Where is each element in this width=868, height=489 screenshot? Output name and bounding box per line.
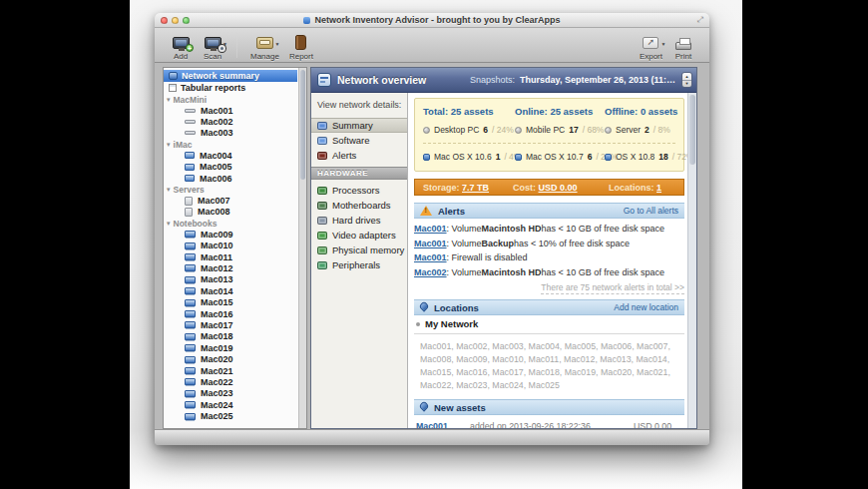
sidebar-item-mac[interactable]: Mac017: [164, 319, 297, 330]
menu-item-hard-drives[interactable]: Hard drives: [311, 213, 407, 228]
sidebar-item-mac[interactable]: Mac018: [164, 331, 297, 342]
add-button[interactable]: + Add: [165, 30, 197, 61]
dropdown-arrow-icon[interactable]: ▼: [660, 41, 665, 47]
storage-value-link[interactable]: 7.7 TB: [462, 183, 489, 193]
sidebar-item-tabular-reports[interactable]: Tabular reports: [164, 82, 297, 94]
host-link[interactable]: Mac001: [416, 421, 470, 428]
sidebar-item-mac[interactable]: Mac002: [164, 116, 297, 127]
sidebar-item-mac[interactable]: Mac006: [164, 173, 297, 184]
close-button[interactable]: [161, 17, 168, 24]
sidebar-item-mac[interactable]: Mac004: [164, 150, 297, 161]
sidebar-item-mac[interactable]: Mac010: [164, 241, 297, 251]
window-statusbar: [155, 429, 709, 445]
disclosure-triangle-icon[interactable]: ▾: [167, 186, 171, 194]
menu-item-processors[interactable]: Processors: [311, 183, 407, 198]
snapshot-stepper[interactable]: ▲ ▼: [681, 72, 692, 88]
menu-item-label: Peripherals: [332, 259, 380, 270]
book-icon: [295, 35, 306, 50]
sidebar-scrollbar-thumb[interactable]: [300, 70, 305, 180]
sidebar-item-mac[interactable]: Mac019: [164, 342, 297, 353]
alerts-footer[interactable]: There are 75 network alerts in total >>: [414, 282, 684, 292]
dropdown-arrow-icon[interactable]: ▼: [275, 41, 280, 47]
stepper-up-icon[interactable]: ▲: [682, 73, 691, 81]
mac-label: Mac001: [201, 106, 233, 116]
device-type-icon: [605, 127, 612, 134]
print-button[interactable]: Print: [667, 30, 699, 61]
content-scrollbar-thumb[interactable]: [689, 95, 695, 165]
sidebar-item-mac[interactable]: Mac012: [164, 262, 297, 273]
alert-text: : Volume: [447, 267, 482, 277]
locations-section: Locations Add new location My Network Ma…: [414, 299, 684, 392]
os-icon: [515, 154, 522, 161]
zoom-button[interactable]: [183, 17, 190, 24]
disclosure-triangle-icon[interactable]: ▾: [167, 220, 171, 228]
sidebar-item-mac[interactable]: Mac007: [164, 195, 297, 206]
sidebar-item-mac[interactable]: Mac013: [164, 274, 297, 285]
sidebar-item-network-summary[interactable]: Network summary: [164, 70, 297, 82]
imac-icon: [185, 164, 195, 171]
locations-value-link[interactable]: 1: [656, 183, 661, 193]
menu-item-physical-memory[interactable]: Physical memory: [311, 243, 407, 257]
sidebar-group-imac[interactable]: ▾ iMac: [164, 139, 297, 150]
resize-icon[interactable]: ⤢: [697, 16, 703, 24]
network-group-row[interactable]: My Network: [414, 315, 684, 334]
alert-text: has < 10 GB of free disk space: [542, 267, 664, 277]
stepper-down-icon[interactable]: ▼: [682, 81, 691, 88]
sidebar-item-mac[interactable]: Mac008: [164, 207, 297, 218]
sidebar-item-mac[interactable]: Mac024: [164, 399, 297, 410]
sidebar-item-mac[interactable]: Mac025: [164, 410, 297, 421]
sidebar-item-mac[interactable]: Mac022: [164, 376, 297, 387]
go-to-all-alerts-link[interactable]: Go to All alerts: [624, 206, 678, 216]
dropdown-arrow-icon[interactable]: ▼: [222, 41, 227, 47]
new-asset-row: Mac001 added on 2013-09-26 18:22:36 USD …: [414, 419, 684, 428]
sidebar-item-mac[interactable]: Mac001: [164, 105, 297, 116]
sidebar-scrollbar[interactable]: [298, 68, 306, 428]
menu-item-summary[interactable]: Summary: [311, 118, 407, 133]
sidebar-group-notebooks[interactable]: ▾ Notebooks: [164, 218, 297, 229]
menu-item-peripherals[interactable]: Peripherals: [311, 257, 407, 272]
mac-label: Mac011: [201, 252, 232, 262]
sidebar-item-mac[interactable]: Mac015: [164, 296, 297, 307]
alerts-title: Alerts: [438, 206, 465, 217]
sidebar-item-mac[interactable]: Mac011: [164, 251, 297, 262]
menu-item-software[interactable]: Software: [311, 133, 407, 148]
host-link[interactable]: Mac001: [414, 224, 447, 234]
content-scrollbar[interactable]: [687, 93, 696, 428]
alerts-section-header: Alerts Go to All alerts: [414, 203, 684, 219]
host-link[interactable]: Mac002: [414, 267, 447, 277]
sidebar-item-label: Tabular reports: [181, 83, 245, 93]
sidebar-item-mac[interactable]: Mac016: [164, 308, 297, 319]
manage-button[interactable]: ▼ Manage: [245, 30, 284, 61]
desktop-background: Network Inventory Advisor - brought to y…: [130, 0, 742, 489]
menu-item-label: Alerts: [332, 150, 356, 161]
report-button[interactable]: Report: [284, 30, 318, 61]
sidebar-item-mac[interactable]: Mac009: [164, 229, 297, 240]
sidebar-group-servers[interactable]: ▾ Servers: [164, 184, 297, 195]
alerts-footer-link[interactable]: There are 75 network alerts in total >>: [541, 282, 684, 294]
export-button[interactable]: ▼ Export: [635, 30, 667, 61]
minimize-button[interactable]: [172, 17, 179, 24]
menu-item-video-adapters[interactable]: Video adapters: [311, 228, 407, 243]
sidebar-item-mac[interactable]: Mac020: [164, 353, 297, 364]
menu-item-alerts[interactable]: Alerts: [311, 148, 407, 163]
disclosure-triangle-icon[interactable]: ▾: [167, 141, 171, 149]
alert-row: Mac001 : Volume Macintosh HD has < 10 GB…: [414, 222, 684, 237]
sidebar-item-mac[interactable]: Mac005: [164, 162, 297, 173]
host-link[interactable]: Mac001: [414, 252, 447, 262]
sidebar-item-mac[interactable]: Mac003: [164, 128, 297, 139]
sidebar-item-mac[interactable]: Mac023: [164, 388, 297, 399]
device-share: / 24%: [492, 125, 514, 135]
host-link[interactable]: Mac001: [414, 239, 447, 248]
add-button-label: Add: [174, 52, 188, 61]
sidebar-item-mac[interactable]: Mac021: [164, 365, 297, 376]
disclosure-triangle-icon[interactable]: ▾: [167, 96, 171, 104]
sidebar-item-mac[interactable]: Mac014: [164, 285, 297, 296]
alert-row: Mac002 : Volume Macintosh HD has < 10 GB…: [414, 265, 684, 280]
add-new-location-link[interactable]: Add new location: [614, 302, 678, 312]
cost-value-link[interactable]: USD 0.00: [539, 183, 578, 193]
scan-button[interactable]: ▼ Scan: [197, 30, 228, 61]
toolbar: + Add ▼ Scan ▼ Manage Report ▼ Export: [155, 28, 709, 63]
network-overview-icon: [317, 73, 331, 87]
menu-item-motherboards[interactable]: Motherboards: [311, 198, 407, 213]
sidebar-group-macmini[interactable]: ▾ MacMini: [164, 94, 297, 105]
